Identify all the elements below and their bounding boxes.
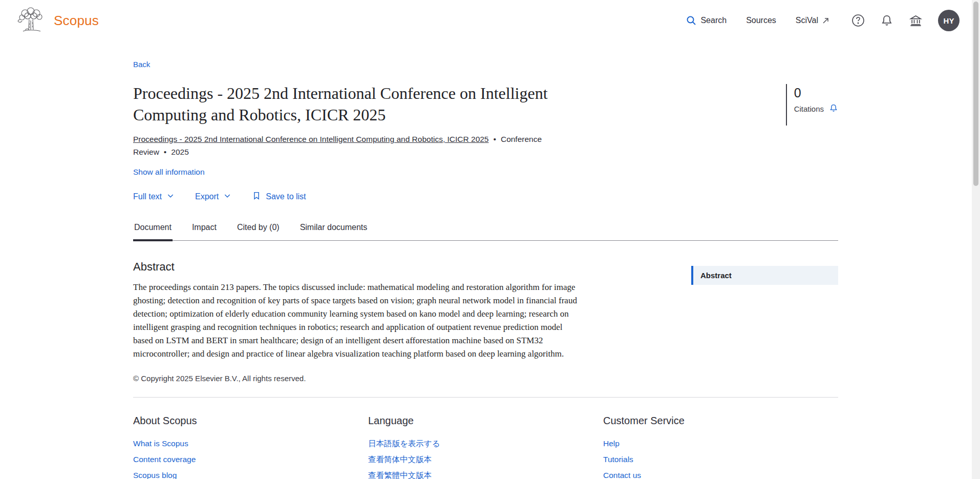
side-nav-abstract[interactable]: Abstract bbox=[691, 266, 838, 285]
nav-search[interactable]: Search bbox=[686, 15, 727, 26]
back-link[interactable]: Back bbox=[133, 60, 150, 69]
citations-divider bbox=[786, 84, 787, 126]
help-icon[interactable] bbox=[851, 14, 865, 27]
citations-label: Citations bbox=[794, 105, 824, 113]
tab-impact[interactable]: Impact bbox=[191, 223, 218, 240]
footer-about-column: About Scopus What is Scopus Content cove… bbox=[133, 415, 368, 479]
chevron-down-icon bbox=[223, 192, 231, 202]
full-text-dropdown[interactable]: Full text bbox=[133, 192, 175, 202]
document-meta: Proceedings - 2025 2nd International Con… bbox=[133, 133, 558, 158]
meta-separator: • bbox=[494, 135, 496, 143]
footer-link-japanese[interactable]: 日本語版を表示する bbox=[368, 439, 440, 448]
nav-sources[interactable]: Sources bbox=[746, 16, 776, 25]
nav-scival[interactable]: SciVal bbox=[796, 16, 829, 25]
search-icon bbox=[686, 15, 696, 26]
elsevier-tree-logo-icon bbox=[17, 7, 46, 34]
save-to-list-label: Save to list bbox=[266, 192, 306, 201]
page-footer: About Scopus What is Scopus Content cove… bbox=[133, 398, 838, 479]
top-nav: Search Sources SciVal bbox=[686, 15, 829, 26]
footer-link-traditional-chinese[interactable]: 查看繁體中文版本 bbox=[368, 471, 432, 479]
scopus-brand[interactable]: Scopus bbox=[17, 7, 99, 34]
document-tabs: Document Impact Cited by (0) Similar doc… bbox=[133, 223, 838, 241]
document-title: Proceedings - 2025 2nd International Con… bbox=[133, 82, 596, 126]
footer-customer-service-heading: Customer Service bbox=[603, 415, 838, 427]
abstract-heading: Abstract bbox=[133, 260, 579, 274]
action-bar: Full text Export Save to list bbox=[133, 191, 838, 202]
scrollbar-thumb[interactable] bbox=[973, 2, 978, 186]
footer-customer-service-column: Customer Service Help Tutorials Contact … bbox=[603, 415, 838, 479]
footer-link-help[interactable]: Help bbox=[603, 439, 620, 448]
tab-cited-by[interactable]: Cited by (0) bbox=[236, 223, 281, 240]
export-dropdown[interactable]: Export bbox=[195, 192, 231, 202]
user-avatar[interactable]: HY bbox=[938, 10, 960, 31]
tab-document[interactable]: Document bbox=[133, 223, 173, 241]
footer-link-simplified-chinese[interactable]: 查看简体中文版本 bbox=[368, 455, 432, 464]
export-label: Export bbox=[195, 192, 219, 201]
abstract-text: The proceedings contain 213 papers. The … bbox=[133, 281, 579, 361]
source-title-link[interactable]: Proceedings - 2025 2nd International Con… bbox=[133, 135, 489, 143]
nav-search-label: Search bbox=[700, 16, 727, 25]
nav-sources-label: Sources bbox=[746, 16, 776, 25]
copyright-notice: © Copyright 2025 Elsevier B.V., All righ… bbox=[133, 374, 579, 383]
footer-link-scopus-blog[interactable]: Scopus blog bbox=[133, 471, 177, 479]
notifications-bell-icon[interactable] bbox=[880, 14, 893, 27]
footer-language-heading: Language bbox=[368, 415, 603, 427]
footer-language-column: Language 日本語版を表示する 查看简体中文版本 查看繁體中文版本 bbox=[368, 415, 603, 479]
bookmark-icon bbox=[252, 191, 261, 202]
meta-separator-2: • bbox=[164, 148, 166, 156]
nav-scival-label: SciVal bbox=[796, 16, 818, 25]
footer-link-tutorials[interactable]: Tutorials bbox=[603, 455, 633, 464]
full-text-label: Full text bbox=[133, 192, 162, 201]
header-icon-row: HY bbox=[851, 10, 960, 31]
citation-alert-bell-icon[interactable] bbox=[829, 103, 838, 114]
brand-name[interactable]: Scopus bbox=[54, 13, 99, 29]
tab-similar-documents[interactable]: Similar documents bbox=[299, 223, 369, 240]
citations-count: 0 bbox=[794, 85, 838, 100]
vertical-scrollbar[interactable] bbox=[972, 0, 980, 479]
external-link-icon bbox=[822, 17, 829, 24]
footer-link-content-coverage[interactable]: Content coverage bbox=[133, 455, 196, 464]
footer-link-contact-us[interactable]: Contact us bbox=[603, 471, 641, 479]
citations-box: 0 Citations bbox=[786, 82, 838, 126]
document-page: Back Proceedings - 2025 2nd Internationa… bbox=[0, 41, 980, 479]
app-header: Scopus Search Sources SciVal bbox=[0, 0, 980, 41]
footer-link-what-is-scopus[interactable]: What is Scopus bbox=[133, 439, 188, 448]
show-all-information-link[interactable]: Show all information bbox=[133, 168, 205, 177]
chevron-down-icon bbox=[166, 192, 175, 202]
institution-icon[interactable] bbox=[909, 14, 923, 28]
section-side-nav: Abstract bbox=[691, 260, 838, 383]
publication-year: 2025 bbox=[171, 148, 188, 156]
save-to-list-button[interactable]: Save to list bbox=[252, 191, 306, 202]
footer-about-heading: About Scopus bbox=[133, 415, 368, 427]
